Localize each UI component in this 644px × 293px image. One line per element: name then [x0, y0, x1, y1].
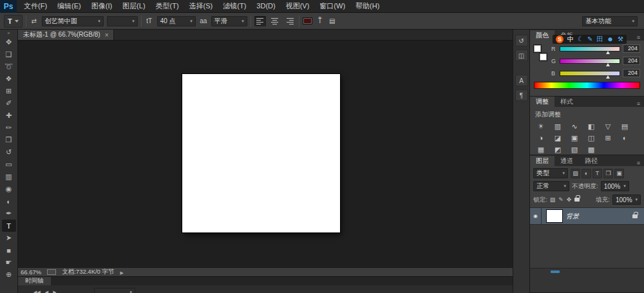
close-icon[interactable]: ×	[105, 32, 109, 39]
channel-slider-thumb[interactable]	[606, 75, 610, 79]
color-lookup-icon[interactable]: ⊞	[601, 133, 614, 143]
font-style-select[interactable]	[107, 16, 138, 26]
visibility-eye-icon[interactable]: ◉	[530, 208, 542, 225]
lock-image-pixels-icon[interactable]: ✎	[558, 196, 564, 203]
black-white-icon[interactable]: ◪	[551, 133, 564, 143]
channel-slider-thumb[interactable]	[606, 63, 610, 66]
horizontal-type-tool[interactable]: T	[2, 220, 16, 232]
channel-slider[interactable]	[560, 71, 620, 76]
color-spectrum-ramp[interactable]	[534, 82, 640, 89]
menu-item-6[interactable]: 滤镜(T)	[218, 0, 251, 12]
menu-item-5[interactable]: 选择(S)	[184, 0, 218, 12]
hand-tool[interactable]: ☛	[2, 256, 16, 269]
filter-pixel-layers-icon[interactable]: ▨	[571, 169, 580, 178]
adjustments-panel-menu-icon[interactable]	[633, 99, 644, 107]
fill-select[interactable]: 100%	[612, 194, 641, 205]
align-right-button[interactable]	[284, 16, 296, 26]
threshold-icon[interactable]: ◩	[551, 144, 564, 155]
document-canvas[interactable]	[182, 74, 340, 232]
anti-alias-select[interactable]: 平滑	[211, 16, 247, 26]
menu-item-8[interactable]: 视图(V)	[281, 0, 315, 12]
crop-tool[interactable]: ⊞	[2, 85, 16, 97]
toggle-panels-icon[interactable]: ▤	[328, 17, 337, 24]
filter-smart-object-icon[interactable]: ▣	[614, 169, 624, 178]
tab-channels[interactable]: 通道	[554, 156, 579, 166]
paragraph-panel-icon[interactable]: ¶	[515, 90, 528, 101]
properties-panel-icon[interactable]: ◫	[515, 50, 528, 61]
opacity-select[interactable]: 100%	[601, 181, 629, 191]
gradient-map-icon[interactable]: ▧	[568, 144, 581, 155]
channel-mixer-icon[interactable]: ◫	[585, 133, 598, 143]
menu-item-1[interactable]: 编辑(E)	[52, 0, 86, 12]
channel-value[interactable]: 204	[623, 44, 640, 53]
account-icon[interactable]: ☻	[607, 35, 614, 44]
blur-tool[interactable]: ◉	[2, 183, 16, 195]
menu-item-3[interactable]: 图层(L)	[117, 0, 150, 12]
document-tab[interactable]: 未标题-1 @ 66.7%(RGB/8) ×	[18, 30, 114, 40]
lasso-tool[interactable]: ➰	[2, 61, 16, 73]
menu-item-7[interactable]: 3D(D)	[251, 0, 280, 12]
posterize-icon[interactable]: ▦	[535, 144, 547, 155]
exposure-icon[interactable]: ◧	[585, 121, 598, 131]
filter-type-layers-icon[interactable]: T	[592, 169, 602, 178]
layers-panel-menu-icon[interactable]	[633, 158, 644, 166]
brush-tool[interactable]: ✏	[2, 122, 16, 134]
font-size-select[interactable]: 40 点	[157, 16, 196, 26]
warp-text-icon[interactable]: T̃	[316, 17, 325, 24]
brightness-contrast-icon[interactable]: ☀	[535, 121, 547, 131]
tab-color[interactable]: 颜色	[530, 30, 554, 41]
selective-color-icon[interactable]: ▩	[585, 144, 598, 155]
pen-tool[interactable]: ✒	[2, 207, 16, 220]
align-center-button[interactable]	[269, 16, 281, 26]
document-size-info[interactable]: 文档:732.4K/0 字节	[62, 268, 114, 276]
tab-adjustments[interactable]: 调整	[530, 97, 554, 107]
menu-item-4[interactable]: 类型(T)	[151, 0, 184, 12]
zoom-tool[interactable]: ⊕	[2, 269, 16, 281]
status-menu-arrow-icon[interactable]	[120, 269, 124, 276]
channel-value[interactable]: 204	[623, 69, 640, 77]
menu-item-2[interactable]: 图像(I)	[86, 0, 117, 12]
levels-icon[interactable]: ▥	[551, 121, 564, 131]
tab-layers[interactable]: 图层	[530, 156, 554, 166]
hue-saturation-icon[interactable]: ▤	[618, 121, 631, 131]
previous-frame-icon[interactable]: ◀	[45, 290, 48, 293]
lock-position-icon[interactable]: ✥	[567, 196, 572, 203]
align-left-button[interactable]	[254, 16, 266, 26]
play-icon[interactable]: ▶	[53, 290, 56, 293]
text-orientation-icon[interactable]: ⇄	[30, 17, 39, 24]
timeline-options-select[interactable]	[94, 288, 135, 293]
tool-preset-picker[interactable]: T	[4, 15, 23, 28]
rectangle-tool[interactable]: ■	[2, 244, 16, 256]
dodge-tool[interactable]: ◐	[2, 195, 16, 207]
handwriting-icon[interactable]: ✎	[587, 35, 592, 44]
rectangular-marquee-tool[interactable]: ❑	[2, 48, 16, 61]
lock-transparent-pixels-icon[interactable]: ▨	[550, 196, 556, 203]
layer-filter-select[interactable]: 类型	[533, 168, 568, 178]
menu-item-9[interactable]: 窗口(W)	[314, 0, 350, 12]
character-panel-icon[interactable]: A	[515, 75, 528, 86]
tab-paths[interactable]: 路径	[579, 156, 603, 166]
sogou-logo[interactable]: S	[556, 35, 564, 43]
text-color-swatch[interactable]	[303, 17, 312, 24]
vibrance-icon[interactable]: ▽	[601, 121, 614, 131]
font-family-select[interactable]: 创艺简中圆	[42, 16, 104, 26]
curves-icon[interactable]: ∿	[568, 121, 581, 131]
eyedropper-tool[interactable]: ✐	[2, 97, 16, 109]
quick-selection-tool[interactable]: ❖	[2, 73, 16, 85]
invert-icon[interactable]: ◐	[618, 133, 631, 143]
channel-slider-thumb[interactable]	[606, 51, 610, 54]
blend-mode-select[interactable]: 正常	[533, 181, 569, 191]
half-width-icon[interactable]: ☾	[578, 35, 583, 44]
path-selection-tool[interactable]: ➤	[2, 232, 16, 244]
menu-item-0[interactable]: 文件(F)	[19, 0, 52, 12]
chinese-mode-icon[interactable]: 中	[567, 35, 574, 44]
tab-styles[interactable]: 样式	[554, 97, 579, 107]
channel-value[interactable]: 204	[623, 57, 640, 65]
first-frame-icon[interactable]: ◀◀	[33, 290, 41, 293]
layer-row[interactable]: ◉背景	[530, 208, 644, 225]
filter-adjustment-layers-icon[interactable]: ◐	[582, 169, 591, 178]
lock-all-icon[interactable]	[574, 198, 580, 202]
settings-wrench-icon[interactable]: ⚒	[618, 35, 623, 44]
photo-filter-icon[interactable]: ▣	[568, 133, 581, 143]
move-tool[interactable]: ✥	[2, 36, 16, 48]
